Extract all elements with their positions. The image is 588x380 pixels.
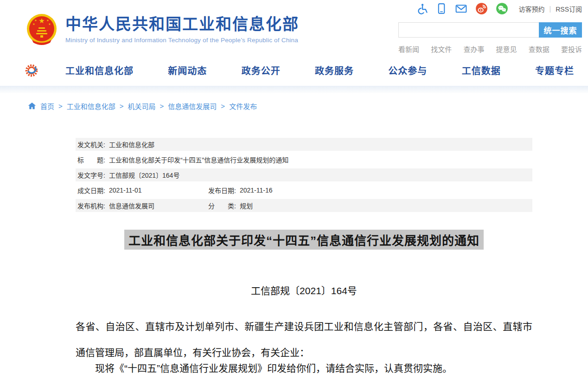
- meta-label: 成文日期:: [77, 186, 105, 195]
- nav-item-miit-data[interactable]: 工信数据: [462, 64, 501, 77]
- search-quick-links: 看新闻 找文件 查办事 提意见 查数据 要投诉: [398, 44, 582, 54]
- mail-icon[interactable]: [455, 3, 467, 14]
- crumb-separator: >: [120, 102, 124, 110]
- svg-text:★: ★: [48, 23, 51, 26]
- weibo-icon[interactable]: [475, 2, 488, 15]
- meta-row-issuing-authority: 发文机关: 工业和信息化部: [76, 138, 532, 151]
- main-nav: 工业和信息化部 新闻动态 政务公开 政务服务 公众参与 工信数据 专题专栏: [0, 55, 588, 86]
- article-paragraph: 现将《“十四五”信息通信行业发展规划》印发给你们，请结合实际，认真贯彻实施。: [76, 360, 532, 377]
- meta-value: 工业和信息化部关于印发“十四五”信息通信行业发展规划的通知: [109, 155, 288, 164]
- quick-link-services[interactable]: 查办事: [463, 44, 484, 54]
- breadcrumb: 首页 > 工业和信息化部 > 机关司局 > 信息通信发展司 > 文件发布: [0, 93, 588, 111]
- meta-row-dates: 成文日期: 2021-11-01 发布日期: 2021-11-16: [76, 184, 532, 197]
- nav-item-gov-services[interactable]: 政务服务: [315, 64, 354, 77]
- meta-value: 工业和信息化部: [109, 140, 154, 149]
- crumb-separator: >: [221, 102, 225, 110]
- miit-gear-logo-icon[interactable]: [25, 64, 38, 77]
- crumb-miit[interactable]: 工业和信息化部: [67, 101, 115, 111]
- meta-value: 2021-11-16: [240, 187, 273, 194]
- topbar: 访客预约 | RSS订阅: [416, 2, 582, 15]
- meta-label: 发布机构:: [77, 201, 105, 210]
- meta-value: 工信部规〔2021〕164号: [109, 170, 180, 180]
- svg-text:★: ★: [34, 19, 37, 22]
- crumb-separator: >: [58, 102, 63, 110]
- meta-row-title: 标 题: 工业和信息化部关于印发“十四五”信息通信行业发展规划的通知: [76, 153, 532, 166]
- meta-row-doc-number: 发文字号: 工信部规〔2021〕164号: [76, 168, 532, 181]
- home-icon[interactable]: [28, 102, 36, 110]
- article-title: 工业和信息化部关于印发“十四五”信息通信行业发展规划的通知: [124, 230, 484, 250]
- nav-item-news[interactable]: 新闻动态: [168, 64, 207, 77]
- article-body: 各省、自治区、直辖市及计划单列市、新疆生产建设兵团工业和信息化主管部门，各省、自…: [76, 314, 532, 377]
- quick-link-news[interactable]: 看新闻: [398, 44, 419, 54]
- crumb-current-page: 文件发布: [229, 101, 257, 111]
- nav-divider: [0, 86, 588, 93]
- wechat-icon[interactable]: [496, 2, 508, 15]
- nav-item-gov-disclosure[interactable]: 政务公开: [242, 64, 281, 77]
- article-doc-number: 工信部规〔2021〕164号: [76, 283, 532, 297]
- meta-label: 分 类:: [208, 201, 236, 210]
- nav-item-public-participation[interactable]: 公众参与: [388, 64, 427, 77]
- national-emblem-icon: ★ ★ ★ ★ ★: [26, 12, 57, 48]
- nav-item-miit[interactable]: 工业和信息化部: [65, 64, 134, 77]
- meta-row-publisher-category: 发布机构: 信息通信发展司 分 类: 规划: [76, 199, 532, 212]
- nav-items: 工业和信息化部 新闻动态 政务公开 政务服务 公众参与 工信数据 专题专栏: [65, 64, 574, 77]
- crumb-home[interactable]: 首页: [40, 101, 54, 111]
- topbar-links: 访客预约 | RSS订阅: [519, 4, 582, 13]
- article-title-wrap: 工业和信息化部关于印发“十四五”信息通信行业发展规划的通知: [76, 230, 532, 250]
- accessibility-icon[interactable]: [416, 3, 428, 14]
- article-paragraph: 各省、自治区、直辖市及计划单列市、新疆生产建设兵团工业和信息化主管部门，各省、自…: [76, 314, 532, 366]
- mobile-icon[interactable]: [435, 3, 447, 14]
- svg-text:★: ★: [38, 17, 45, 25]
- meta-value: 信息通信发展司: [109, 201, 154, 210]
- search-input[interactable]: [398, 22, 539, 38]
- search-box: 统一搜索: [398, 22, 582, 38]
- crumb-departments[interactable]: 机关司局: [128, 101, 156, 111]
- site-header: 访客预约 | RSS订阅 ★ ★ ★ ★ ★ 中华人民共和国工业和信息化部 Mi…: [0, 0, 588, 55]
- crumb-ict-development[interactable]: 信息通信发展司: [168, 101, 217, 111]
- meta-label: 标 题:: [77, 155, 105, 164]
- quick-link-data[interactable]: 查数据: [529, 44, 550, 54]
- topbar-separator: |: [550, 5, 551, 13]
- crumb-separator: >: [160, 102, 164, 110]
- document-main: 发文机关: 工业和信息化部 标 题: 工业和信息化部关于印发“十四五”信息通信行…: [76, 138, 532, 377]
- quick-link-suggestions[interactable]: 提意见: [496, 44, 517, 54]
- unified-search-button[interactable]: 统一搜索: [539, 22, 582, 38]
- site-logo-link[interactable]: ★ ★ ★ ★ ★ 中华人民共和国工业和信息化部 Ministry of Ind…: [26, 12, 299, 48]
- svg-text:★: ★: [32, 23, 35, 26]
- site-subtitle: Ministry of Industry and Information Tec…: [65, 37, 299, 44]
- miit-document-page: { "header": { "site_title": "中华人民共和国工业和信…: [0, 0, 588, 380]
- meta-label: 发文字号:: [77, 170, 105, 180]
- meta-label: 发文机关:: [77, 140, 105, 149]
- quick-link-documents[interactable]: 找文件: [431, 44, 452, 54]
- meta-value: 规划: [240, 201, 253, 210]
- document-meta-table: 发文机关: 工业和信息化部 标 题: 工业和信息化部关于印发“十四五”信息通信行…: [76, 138, 532, 212]
- rss-subscribe-link[interactable]: RSS订阅: [556, 4, 582, 13]
- nav-item-special-topics[interactable]: 专题专栏: [535, 64, 574, 77]
- search-area: 统一搜索 看新闻 找文件 查办事 提意见 查数据 要投诉: [398, 22, 582, 54]
- quick-link-complaints[interactable]: 要投诉: [561, 44, 582, 54]
- visitor-reservation-link[interactable]: 访客预约: [519, 4, 545, 13]
- site-title-block: 中华人民共和国工业和信息化部 Ministry of Industry and …: [65, 12, 299, 44]
- svg-text:★: ★: [46, 19, 49, 22]
- meta-label: 发布日期:: [208, 186, 236, 195]
- meta-value: 2021-11-01: [109, 187, 142, 194]
- site-title: 中华人民共和国工业和信息化部: [65, 16, 299, 33]
